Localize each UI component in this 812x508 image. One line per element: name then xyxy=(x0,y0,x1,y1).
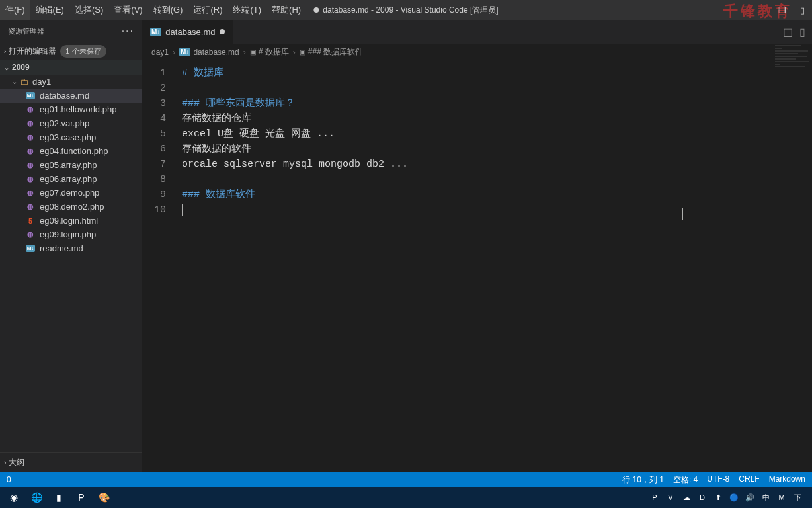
file-item[interactable]: ◍eg02.var.php xyxy=(0,116,142,130)
tray-icon[interactable]: 中 xyxy=(760,492,771,503)
close-icon[interactable]: ▯ xyxy=(792,0,812,20)
sidebar: 资源管理器 ··· › 打开的编辑器 1 个未保存 ⌄ 2009 ⌄ 🗀 day… xyxy=(0,20,142,472)
html-icon: 5 xyxy=(25,217,36,225)
heading-icon: ▣ xyxy=(250,48,256,56)
file-tree: ⌄ 🗀 day1 M↓database.md◍eg01.helloworld.p… xyxy=(0,75,142,255)
php-icon: ◍ xyxy=(25,119,36,128)
file-name: eg08.demo2.php xyxy=(40,202,104,212)
file-name: eg09.login.php xyxy=(40,230,96,239)
file-name: eg02.var.php xyxy=(40,118,89,128)
file-name: readme.md xyxy=(40,243,83,253)
file-item[interactable]: ◍eg06.array.php xyxy=(0,172,142,186)
code-content[interactable]: # 数据库 ### 哪些东西是数据库？存储数据的仓库excel U盘 硬盘 光盘… xyxy=(175,60,812,472)
more-tab-actions-icon[interactable]: ▯ xyxy=(799,26,805,38)
file-item[interactable]: ◍eg01.helloworld.php xyxy=(0,103,142,116)
menu-item[interactable]: 帮助(H) xyxy=(266,0,306,20)
open-editors-section[interactable]: › 打开的编辑器 1 个未保存 xyxy=(0,42,142,60)
code-editor[interactable]: 12345678910 # 数据库 ### 哪些东西是数据库？存储数据的仓库ex… xyxy=(142,60,812,472)
taskbar-app[interactable]: P xyxy=(70,488,93,507)
php-icon: ◍ xyxy=(25,230,36,239)
explorer-header: 资源管理器 ··· xyxy=(0,20,142,42)
tab-bar: M↓ database.md ◫ ▯ xyxy=(142,20,812,44)
file-item[interactable]: ◍eg07.demo.php xyxy=(0,186,142,200)
editor-area: M↓ database.md ◫ ▯ day1› M↓ database.md›… xyxy=(142,20,812,472)
folder-day1[interactable]: ⌄ 🗀 day1 xyxy=(0,75,142,89)
file-name: eg01.helloworld.php xyxy=(40,105,116,114)
folder-icon: 🗀 xyxy=(20,77,28,87)
unsaved-badge: 1 个未保存 xyxy=(60,45,106,58)
text-cursor-icon xyxy=(682,208,683,220)
file-item[interactable]: ◍eg05.array.php xyxy=(0,158,142,172)
taskbar-app[interactable]: 🌐 xyxy=(25,488,48,507)
file-item[interactable]: ◍eg08.demo2.php xyxy=(0,200,142,214)
php-icon: ◍ xyxy=(25,147,36,155)
file-name: database.md xyxy=(40,91,89,101)
tray-icon[interactable]: V xyxy=(665,492,676,503)
markdown-icon: M↓ xyxy=(179,48,190,56)
menu-item[interactable]: 转到(G) xyxy=(148,0,188,20)
statusbar-item[interactable]: UTF-8 xyxy=(707,474,729,486)
file-item[interactable]: ◍eg09.login.php xyxy=(0,228,142,241)
menu-item[interactable]: 运行(R) xyxy=(188,0,227,20)
file-name: eg04.function.php xyxy=(40,146,108,156)
php-icon: ◍ xyxy=(25,133,36,142)
statusbar-item[interactable]: 0 xyxy=(7,475,11,484)
dirty-indicator-icon xyxy=(313,7,319,13)
file-item[interactable]: ◍eg03.case.php xyxy=(0,130,142,144)
heading-icon: ▣ xyxy=(300,48,305,56)
menubar: 件(F)编辑(E)选择(S)查看(V)转到(G)运行(R)终端(T)帮助(H) … xyxy=(0,0,812,20)
more-actions-icon[interactable]: ··· xyxy=(122,25,134,37)
tray-icon[interactable]: 🔊 xyxy=(745,492,755,503)
file-name: eg06.array.php xyxy=(40,174,97,184)
tray-icon[interactable]: M xyxy=(776,492,787,503)
menu-item[interactable]: 选择(S) xyxy=(69,0,108,20)
file-item[interactable]: ◍eg04.function.php xyxy=(0,144,142,158)
tray-icon[interactable]: P xyxy=(649,492,660,503)
php-icon: ◍ xyxy=(25,175,36,183)
file-name: eg03.case.php xyxy=(40,132,96,142)
outline-section[interactable]: › 大纲 xyxy=(0,452,142,472)
taskbar-app[interactable]: ▮ xyxy=(48,488,70,507)
markdown-icon: M↓ xyxy=(25,92,36,99)
split-editor-icon[interactable]: ◫ xyxy=(783,26,793,38)
statusbar-item[interactable]: 空格: 4 xyxy=(673,474,698,486)
statusbar-item[interactable]: Markdown xyxy=(769,474,805,486)
file-item[interactable]: M↓readme.md xyxy=(0,241,142,255)
menu-item[interactable]: 终端(T) xyxy=(227,0,266,20)
restore-icon[interactable]: ❐ xyxy=(772,0,792,20)
php-icon: ◍ xyxy=(25,189,36,197)
php-icon: ◍ xyxy=(25,161,36,169)
taskbar-app[interactable]: ◉ xyxy=(3,488,25,507)
tray-icon[interactable]: ⬆ xyxy=(713,492,723,503)
file-name: eg07.demo.php xyxy=(40,188,99,198)
taskbar-app[interactable]: 🎨 xyxy=(93,488,115,507)
dirty-dot-icon xyxy=(220,29,225,34)
tray-icon[interactable]: 🔵 xyxy=(729,492,739,503)
minimap[interactable] xyxy=(772,44,812,123)
php-icon: ◍ xyxy=(25,202,36,211)
tray-icon[interactable]: D xyxy=(697,492,708,503)
markdown-icon: M↓ xyxy=(25,245,36,252)
tab-database-md[interactable]: M↓ database.md xyxy=(142,20,233,44)
menu-item[interactable]: 件(F) xyxy=(0,0,30,20)
file-item[interactable]: 5eg09.login.html xyxy=(0,214,142,228)
tray-icon[interactable]: ☁ xyxy=(681,492,692,503)
chevron-down-icon: ⌄ xyxy=(12,78,17,85)
file-item[interactable]: M↓database.md xyxy=(0,89,142,103)
menu-item[interactable]: 编辑(E) xyxy=(30,0,69,20)
statusbar-item[interactable]: CRLF xyxy=(739,474,759,486)
taskbar: ◉🌐▮P🎨 PV☁D⬆🔵🔊中M下 xyxy=(0,487,812,508)
menu-item[interactable]: 查看(V) xyxy=(108,0,147,20)
statusbar-item[interactable]: 行 10，列 1 xyxy=(622,474,664,486)
workspace-header[interactable]: ⌄ 2009 xyxy=(0,60,142,75)
file-name: eg09.login.html xyxy=(40,216,98,226)
file-name: eg05.array.php xyxy=(40,160,97,170)
window-title: database.md - 2009 - Visual Studio Code … xyxy=(313,5,498,16)
chevron-right-icon: › xyxy=(4,48,6,55)
breadcrumb[interactable]: day1› M↓ database.md› ▣ # 数据库› ▣ ### 数据库… xyxy=(142,44,812,60)
php-icon: ◍ xyxy=(25,105,36,114)
statusbar: 0 行 10，列 1空格: 4UTF-8CRLFMarkdown xyxy=(0,472,812,487)
markdown-icon: M↓ xyxy=(150,28,161,36)
tray-icon[interactable]: 下 xyxy=(792,492,803,503)
chevron-right-icon: › xyxy=(4,459,6,466)
